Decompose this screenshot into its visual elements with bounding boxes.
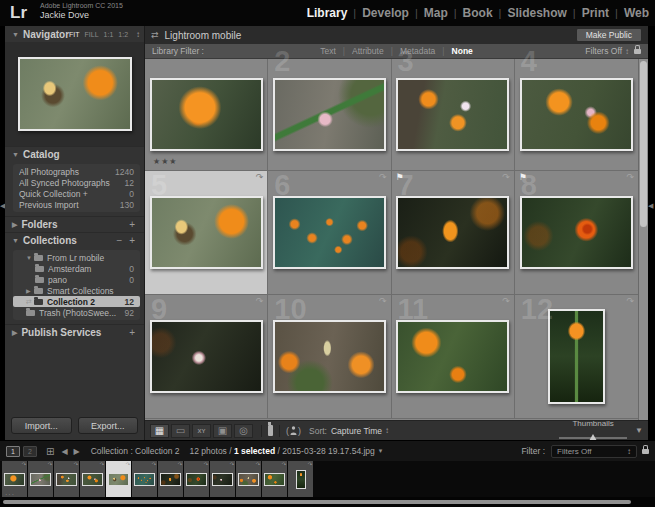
- rotate-badge-icon[interactable]: ↷: [379, 296, 387, 306]
- export-button[interactable]: Export...: [78, 417, 139, 434]
- navigator-zoom-fit[interactable]: FIT: [69, 31, 80, 38]
- right-panel-collapse-icon[interactable]: ◀: [648, 202, 653, 210]
- grid-cell-12[interactable]: 12↷: [515, 295, 638, 419]
- folders-header[interactable]: ▶ Folders +: [5, 216, 144, 232]
- thumbnail-size-slider[interactable]: [559, 437, 627, 439]
- filmstrip-thumb-8[interactable]: ↷: [184, 461, 209, 497]
- collection-item[interactable]: Trash (PhotoSwee...92: [13, 307, 140, 318]
- collection-item[interactable]: Amsterdam0: [13, 263, 140, 274]
- pick-flag-icon[interactable]: ⚑: [396, 172, 404, 182]
- add-publish-service-button[interactable]: +: [129, 327, 137, 338]
- collection-item[interactable]: ▼From Lr mobile: [13, 252, 140, 263]
- sort-direction-icon[interactable]: ↕: [385, 426, 389, 435]
- filmstrip-caret-icon[interactable]: ▾: [379, 447, 383, 455]
- filmstrip-lock-icon[interactable]: [642, 449, 649, 454]
- remove-collection-button[interactable]: −: [117, 235, 125, 246]
- grid-scrollbar[interactable]: [638, 59, 648, 420]
- monitor-1-button[interactable]: 1: [6, 446, 20, 457]
- painter-spray-icon[interactable]: [268, 425, 273, 436]
- catalog-header[interactable]: ▼ Catalog: [5, 146, 144, 162]
- sort-value[interactable]: Capture Time: [331, 426, 382, 436]
- navigator-zoom-fill[interactable]: FILL: [85, 31, 99, 38]
- navigator-zoom-dropdown-icon[interactable]: ↕: [136, 30, 140, 39]
- grid-cell-4[interactable]: 4: [515, 59, 638, 171]
- survey-view-icon[interactable]: ▣: [213, 424, 232, 438]
- collections-controls[interactable]: − +: [117, 235, 137, 246]
- collection-expander-icon[interactable]: ▼: [26, 255, 34, 261]
- catalog-item[interactable]: All Synced Photographs12: [13, 177, 140, 188]
- grid-cell-10[interactable]: 10↷: [268, 295, 391, 419]
- collections-header[interactable]: ▼ Collections − +: [5, 232, 144, 248]
- filter-lock-icon[interactable]: [634, 49, 641, 54]
- module-tab-slideshow[interactable]: Slideshow: [505, 6, 568, 20]
- filmstrip-thumb-12[interactable]: ↷: [288, 461, 313, 497]
- module-tab-print[interactable]: Print: [580, 6, 611, 20]
- toolbar-dropdown-icon[interactable]: ▼: [635, 426, 643, 435]
- module-tab-web[interactable]: Web: [622, 6, 651, 20]
- filmstrip-filter-dropdown[interactable]: Filters Off ↕: [551, 445, 637, 458]
- filmstrip-thumb-4[interactable]: ↷: [80, 461, 105, 497]
- collection-item[interactable]: pano0: [13, 274, 140, 285]
- compare-view-icon[interactable]: XY: [192, 424, 211, 438]
- add-collection-button[interactable]: +: [129, 235, 137, 246]
- loupe-view-icon[interactable]: ▭: [171, 424, 190, 438]
- filmstrip-scrollbar-thumb[interactable]: [3, 500, 631, 504]
- rotate-badge-icon[interactable]: ↷: [502, 172, 510, 182]
- publish-services-header[interactable]: ▶ Publish Services +: [5, 324, 144, 340]
- filmstrip-thumb-5[interactable]: ↷: [106, 461, 131, 497]
- catalog-item[interactable]: Quick Collection +0: [13, 188, 140, 199]
- module-tab-book[interactable]: Book: [461, 6, 495, 20]
- grid-shortcut-icon[interactable]: ⊞: [46, 446, 54, 457]
- pick-flag-icon[interactable]: ⚑: [519, 172, 527, 182]
- filmstrip-thumb-10[interactable]: ↷: [236, 461, 261, 497]
- grid-cell-2[interactable]: 2: [268, 59, 391, 171]
- filmstrip-thumb-3[interactable]: ↷: [54, 461, 79, 497]
- filter-option-none[interactable]: None: [445, 46, 480, 56]
- grid-cell-7[interactable]: 7⚑↷: [392, 171, 515, 295]
- rotate-badge-icon[interactable]: ↷: [626, 296, 634, 306]
- grid-cell-5[interactable]: 5↷: [145, 171, 268, 295]
- filter-dropdown-icon[interactable]: ↕: [625, 47, 629, 56]
- filmstrip-thumb-9[interactable]: ↷: [210, 461, 235, 497]
- filmstrip-thumb-6[interactable]: ↷: [132, 461, 157, 497]
- catalog-item[interactable]: All Photographs1240: [13, 166, 140, 177]
- navigator-zoom-1:2[interactable]: 1:2: [118, 31, 128, 38]
- collection-item[interactable]: ⇄Collection 212: [13, 296, 140, 307]
- rotate-badge-icon[interactable]: ↷: [256, 296, 264, 306]
- filmstrip-scrollbar[interactable]: [0, 497, 655, 507]
- filmstrip-thumb-11[interactable]: ↷: [262, 461, 287, 497]
- rotate-badge-icon[interactable]: ↷: [502, 296, 510, 306]
- person-filter-icon[interactable]: ( ): [286, 426, 301, 436]
- grid-cell-1[interactable]: ★★★: [145, 59, 268, 171]
- filters-off-label[interactable]: Filters Off: [585, 46, 622, 56]
- grid-cell-6[interactable]: 6↷: [268, 171, 391, 295]
- add-folder-button[interactable]: +: [129, 219, 137, 230]
- back-arrow-icon[interactable]: ◀: [61, 447, 67, 456]
- module-tab-library[interactable]: Library: [305, 6, 350, 20]
- rotate-badge-icon[interactable]: ↷: [379, 172, 387, 182]
- filmstrip-thumb-2[interactable]: ↷: [28, 461, 53, 497]
- catalog-item[interactable]: Previous Import130: [13, 199, 140, 210]
- module-tab-develop[interactable]: Develop: [360, 6, 411, 20]
- grid-cell-9[interactable]: 9↷: [145, 295, 268, 419]
- filmstrip-thumb-7[interactable]: ↷: [158, 461, 183, 497]
- rotate-badge-icon[interactable]: ↷: [626, 172, 634, 182]
- monitor-2-button[interactable]: 2: [23, 446, 37, 457]
- import-button[interactable]: Import...: [11, 417, 72, 434]
- grid-view-icon[interactable]: ▦: [150, 424, 169, 438]
- forward-arrow-icon[interactable]: ▶: [74, 447, 80, 456]
- people-view-icon[interactable]: ◎: [234, 424, 253, 438]
- module-tab-map[interactable]: Map: [422, 6, 450, 20]
- filmstrip-thumb-1[interactable]: ↷···: [2, 461, 27, 497]
- grid-cell-3[interactable]: 3: [392, 59, 515, 171]
- grid-cell-8[interactable]: 8⚑↷: [515, 171, 638, 295]
- collection-expander-icon[interactable]: ▶: [26, 287, 34, 294]
- grid-cell-11[interactable]: 11↷: [392, 295, 515, 419]
- grid-scrollbar-thumb[interactable]: [640, 61, 647, 227]
- navigator-preview[interactable]: [5, 42, 144, 146]
- rotate-badge-icon[interactable]: ↷: [256, 172, 264, 182]
- filter-option-attribute[interactable]: Attribute: [345, 46, 391, 56]
- collection-item[interactable]: ▶Smart Collections: [13, 285, 140, 296]
- navigator-zoom-1:1[interactable]: 1:1: [104, 31, 114, 38]
- filter-option-text[interactable]: Text: [313, 46, 343, 56]
